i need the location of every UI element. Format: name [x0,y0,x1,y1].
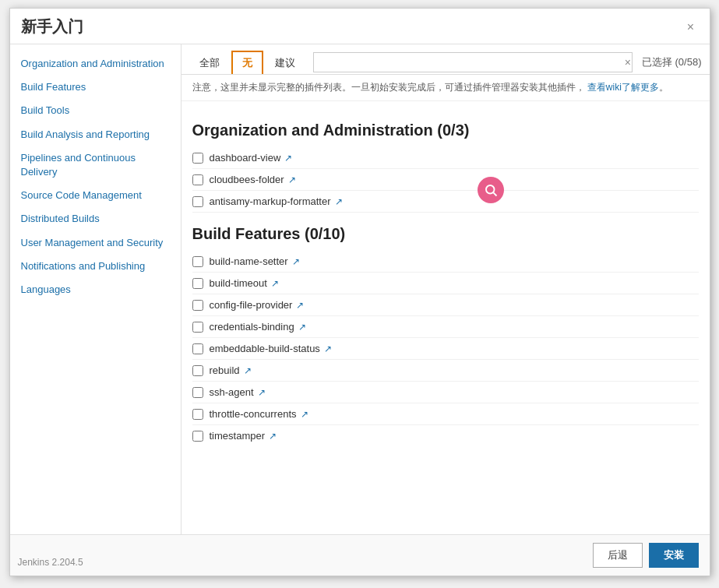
dialog-body: Organization and AdministrationBuild Fea… [10,44,710,534]
dialog-footer: 后退 安装 [10,534,710,576]
plugin-checkbox-cloudbees-folder[interactable] [192,174,203,185]
plugin-checkbox-antisamy-markup-formatter[interactable] [192,196,203,207]
plugin-name: rebuild [210,364,240,376]
plugin-name: config-file-provider [210,299,293,311]
plugin-checkbox-throttle-concurrents[interactable] [192,409,203,420]
plugin-external-link[interactable]: ↗ [298,322,306,333]
svg-point-0 [486,185,495,194]
search-input[interactable] [313,52,633,72]
plugin-name: build-timeout [210,277,267,289]
search-bar: × [313,52,633,72]
sidebar: Organization and AdministrationBuild Fea… [10,44,182,534]
sidebar-item-pipelines[interactable]: Pipelines and Continuous Delivery [10,146,181,184]
sidebar-item-build-features[interactable]: Build Features [10,76,181,99]
plugin-checkbox-build-timeout[interactable] [192,278,203,289]
plugin-item: timestamper↗ [192,425,699,446]
plugin-checkbox-timestamper[interactable] [192,431,203,442]
plugin-external-link[interactable]: ↗ [269,431,277,442]
plugin-item: embeddable-build-status↗ [192,338,699,360]
plugin-external-link[interactable]: ↗ [258,387,266,398]
svg-line-1 [493,192,496,195]
section-title: Build Features (0/10) [192,225,699,243]
plugin-checkbox-ssh-agent[interactable] [192,387,203,398]
plugin-name: dashboard-view [210,152,281,164]
plugin-name: cloudbees-folder [210,174,284,185]
plugin-external-link[interactable]: ↗ [296,300,304,311]
sidebar-item-source-code[interactable]: Source Code Management [10,184,181,207]
sidebar-item-notifications[interactable]: Notifications and Publishing [10,255,181,278]
tab-无[interactable]: 无 [231,51,263,74]
plugin-external-link[interactable]: ↗ [288,174,296,185]
tab-建议[interactable]: 建议 [265,51,305,74]
sidebar-item-build-tools[interactable]: Build Tools [10,99,181,122]
section-title: Organization and Administration (0/3) [192,121,699,139]
plugin-item: cloudbees-folder↗ [192,169,699,191]
plugin-checkbox-config-file-provider[interactable] [192,300,203,311]
dialog-title: 新手入门 [21,16,83,37]
plugin-item: build-timeout↗ [192,273,699,294]
plugin-external-link[interactable]: ↗ [292,256,300,267]
search-clear-button[interactable]: × [625,56,631,69]
sidebar-item-user-mgmt[interactable]: User Management and Security [10,231,181,255]
plugin-item: build-name-setter↗ [192,251,699,273]
selected-count: 已选择 (0/58) [642,55,702,69]
plugin-list: Organization and Administration (0/3)das… [182,101,710,454]
sidebar-item-distributed[interactable]: Distributed Builds [10,207,181,231]
plugin-checkbox-credentials-binding[interactable] [192,322,203,333]
plugin-checkbox-rebuild[interactable] [192,365,203,376]
plugin-external-link[interactable]: ↗ [284,153,292,164]
sidebar-item-build-analysis[interactable]: Build Analysis and Reporting [10,123,181,146]
main-dialog: 新手入门 × Organization and AdministrationBu… [9,8,710,576]
install-button[interactable]: 安装 [649,543,699,568]
plugin-external-link[interactable]: ↗ [335,196,343,207]
plugin-checkbox-dashboard-view[interactable] [192,153,203,164]
notice-link[interactable]: 查看wiki了解更多 [587,82,659,93]
search-icon-badge [478,177,504,203]
plugin-name: throttle-concurrents [210,408,297,420]
plugin-external-link[interactable]: ↗ [324,343,332,354]
plugin-item: antisamy-markup-formatter↗ [192,191,699,213]
plugin-name: build-name-setter [210,255,288,267]
plugin-name: credentials-binding [210,321,294,333]
plugin-checkbox-build-name-setter[interactable] [192,256,203,267]
plugin-name: embeddable-build-status [210,343,320,354]
plugin-name: timestamper [210,430,266,442]
plugin-item: config-file-provider↗ [192,294,699,316]
plugin-external-link[interactable]: ↗ [244,365,252,376]
tab-bar: 全部无建议 × 已选择 (0/58) [182,44,710,75]
plugin-external-link[interactable]: ↗ [271,278,279,289]
plugin-name: ssh-agent [210,386,254,398]
sidebar-item-languages[interactable]: Languages [10,278,181,301]
sidebar-item-org-admin[interactable]: Organization and Administration [10,52,181,76]
main-content: 全部无建议 × 已选择 (0/58) 注意，这里并未显示完整的插件列表。一旦初始… [182,44,710,534]
plugin-external-link[interactable]: ↗ [301,409,308,420]
title-bar: 新手入门 × [10,9,710,44]
plugin-item: ssh-agent↗ [192,382,699,403]
plugin-item: dashboard-view↗ [192,147,699,169]
notice-text: 注意，这里并未显示完整的插件列表。一旦初始安装完成后，可通过插件管理器安装其他插… [192,82,585,93]
plugin-item: throttle-concurrents↗ [192,403,699,425]
notice-bar: 注意，这里并未显示完整的插件列表。一旦初始安装完成后，可通过插件管理器安装其他插… [182,75,710,101]
plugin-item: credentials-binding↗ [192,316,699,338]
cancel-button[interactable]: 后退 [593,543,643,568]
plugin-item: rebuild↗ [192,360,699,382]
plugin-checkbox-embeddable-build-status[interactable] [192,343,203,354]
jenkins-version: Jenkins 2.204.5 [18,557,83,568]
tab-全部[interactable]: 全部 [189,51,230,74]
close-button[interactable]: × [683,19,699,35]
plugin-name: antisamy-markup-formatter [210,195,331,207]
